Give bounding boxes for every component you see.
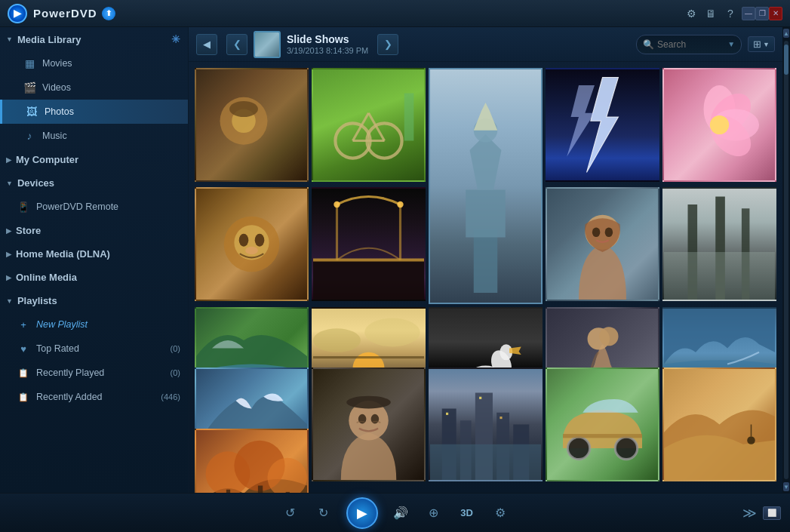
svg-rect-58: [479, 397, 481, 399]
photo-item[interactable]: [429, 68, 543, 304]
sidebar-item-movies[interactable]: ▦ Movies: [0, 51, 188, 75]
svg-rect-10: [466, 190, 506, 238]
photo-item[interactable]: [546, 367, 659, 481]
redo-button[interactable]: ↻: [313, 503, 334, 524]
svg-rect-59: [500, 417, 502, 419]
svg-rect-52: [460, 421, 472, 481]
sidebar-item-recently-played[interactable]: 📋 Recently Played (0): [0, 361, 188, 385]
photo-item[interactable]: [195, 429, 309, 493]
zoom-button[interactable]: ⊕: [423, 503, 444, 524]
sidebar-item-recently-added[interactable]: 📋 Recently Added (446): [0, 385, 188, 409]
monitor-button[interactable]: 🖥: [702, 5, 719, 22]
scroll-up-button[interactable]: ▲: [783, 29, 789, 38]
sidebar-item-top-rated[interactable]: ♥ Top Rated (0): [0, 337, 188, 361]
my-computer-label: My Computer: [16, 154, 78, 165]
svg-point-39: [364, 318, 420, 346]
svg-point-47: [349, 401, 389, 441]
photo-item[interactable]: [662, 187, 776, 301]
media-library-section: ▼ Media Library ✳ ▦ Movies 🎬 Videos 🖼 Ph…: [0, 27, 188, 148]
spin-icon: ✳: [171, 33, 180, 45]
sidebar-item-videos[interactable]: 🎬 Videos: [0, 75, 188, 100]
svg-point-60: [567, 438, 589, 460]
photos-label: Photos: [45, 106, 74, 117]
minimize-button[interactable]: —: [742, 7, 755, 20]
top-rated-count: (0): [171, 344, 180, 353]
recently-played-icon: 📋: [17, 366, 30, 380]
scroll-down-button[interactable]: ▼: [783, 482, 789, 491]
home-media-header[interactable]: ▶ Home Media (DLNA): [0, 242, 188, 266]
remote-icon: 📱: [17, 200, 30, 214]
svg-point-2: [229, 101, 258, 117]
svg-rect-22: [313, 260, 424, 300]
photo-item[interactable]: [546, 187, 659, 301]
media-library-header[interactable]: ▼ Media Library ✳: [0, 27, 188, 51]
scrollbar[interactable]: ▲ ▼: [782, 27, 790, 493]
sidebar-item-powerdvd-remote[interactable]: 📱 PowerDVD Remote: [0, 195, 188, 219]
online-media-label: Online Media: [16, 272, 77, 283]
volume-button[interactable]: 🔊: [390, 503, 411, 524]
sidebar-item-photos[interactable]: 🖼 Photos: [0, 100, 188, 124]
playlists-section: ▼ Playlists + New Playlist ♥ Top Rated (…: [0, 289, 188, 409]
svg-point-29: [592, 228, 601, 238]
music-label: Music: [42, 131, 67, 141]
photo-item[interactable]: [546, 68, 659, 182]
playlists-label: Playlists: [17, 295, 57, 306]
photo-item[interactable]: [312, 68, 426, 182]
recently-played-label: Recently Played: [36, 367, 104, 378]
help-button[interactable]: ?: [722, 5, 739, 22]
svg-point-44: [588, 328, 610, 349]
recently-added-icon: 📋: [17, 390, 30, 404]
prev-button[interactable]: ❮: [226, 34, 247, 55]
mini-screen-button[interactable]: ⬜: [763, 506, 781, 520]
store-header[interactable]: ▶ Store: [0, 219, 188, 242]
svg-point-49: [358, 414, 367, 424]
photo-item[interactable]: [312, 187, 426, 301]
svg-point-50: [371, 414, 380, 424]
slideshow-info: Slide Shows 3/19/2013 8:14:39 PM: [287, 33, 368, 55]
media-library-arrow: ▼: [6, 35, 13, 43]
sidebar-item-new-playlist[interactable]: + New Playlist: [0, 312, 188, 337]
photo-item[interactable]: [662, 367, 776, 481]
svg-rect-55: [513, 425, 529, 481]
top-rated-label: Top Rated: [36, 343, 79, 354]
sidebar-item-music[interactable]: ♪ Music: [0, 124, 188, 148]
scroll-thumb[interactable]: [784, 45, 788, 75]
search-box: 🔍 ▼: [636, 35, 742, 54]
media-library-label: Media Library: [17, 34, 81, 45]
svg-rect-31: [688, 204, 698, 300]
svg-line-6: [369, 113, 385, 141]
restore-button[interactable]: ❐: [755, 7, 769, 20]
update-icon[interactable]: ⬆: [102, 7, 115, 20]
online-media-header[interactable]: ▶ Online Media: [0, 266, 188, 289]
store-section: ▶ Store: [0, 219, 188, 242]
back-button[interactable]: ◀: [196, 34, 217, 55]
expand-button[interactable]: ≫: [742, 505, 757, 521]
play-button[interactable]: ▶: [346, 497, 378, 529]
playlists-header[interactable]: ▼ Playlists: [0, 289, 188, 312]
recently-played-count: (0): [171, 368, 180, 377]
view-dropdown-icon: ▼: [763, 41, 770, 48]
photo-item[interactable]: [662, 68, 776, 182]
devices-header[interactable]: ▼ Devices: [0, 171, 188, 195]
my-computer-header[interactable]: ▶ My Computer: [0, 148, 188, 171]
main-layout: ▼ Media Library ✳ ▦ Movies 🎬 Videos 🖼 Ph…: [0, 27, 790, 493]
search-dropdown-icon[interactable]: ▼: [727, 40, 735, 48]
online-media-section: ▶ Online Media: [0, 266, 188, 289]
photo-item[interactable]: [195, 187, 309, 301]
close-button[interactable]: ✕: [769, 7, 782, 20]
svg-rect-9: [474, 229, 498, 293]
photo-item[interactable]: [195, 68, 309, 182]
svg-rect-33: [742, 209, 750, 300]
view-toggle-button[interactable]: ⊞ ▼: [748, 36, 775, 52]
photo-item[interactable]: [429, 367, 543, 481]
undo-button[interactable]: ↺: [280, 503, 301, 524]
svg-rect-8: [404, 94, 414, 141]
next-button[interactable]: ❯: [377, 34, 398, 55]
app-title: PowerDVD: [33, 7, 97, 20]
eq-settings-button[interactable]: ⚙: [490, 503, 511, 524]
search-input[interactable]: [657, 39, 724, 50]
3d-button[interactable]: 3D: [456, 503, 478, 524]
settings-button[interactable]: ⚙: [683, 5, 699, 22]
slideshow-date: 3/19/2013 8:14:39 PM: [287, 46, 368, 55]
photo-item[interactable]: [312, 367, 426, 481]
